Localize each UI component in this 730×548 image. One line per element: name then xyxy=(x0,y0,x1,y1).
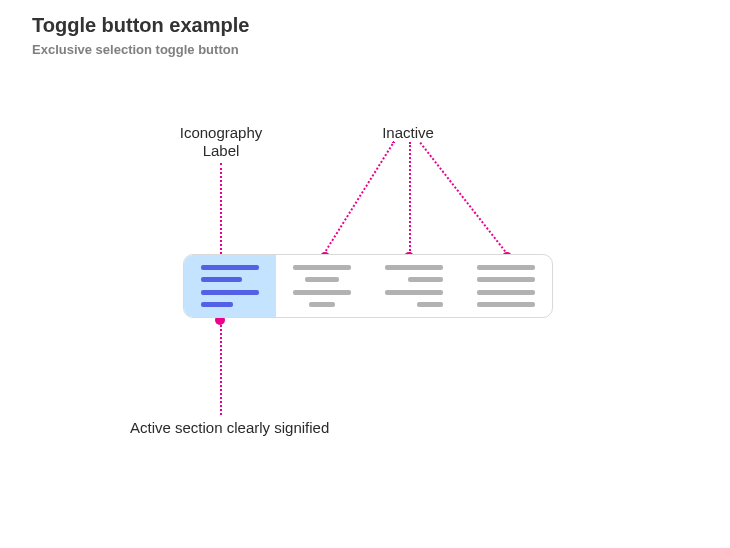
leader-line xyxy=(220,325,222,415)
toggle-button-group xyxy=(183,254,553,318)
align-justify-icon xyxy=(477,265,535,307)
annotation-iconography-label: IconographyLabel xyxy=(149,124,293,160)
align-left-icon xyxy=(201,265,259,307)
page-title: Toggle button example xyxy=(32,14,249,37)
leader-line xyxy=(220,163,222,258)
toggle-align-right[interactable] xyxy=(368,255,460,317)
toggle-align-left[interactable] xyxy=(184,255,276,317)
page-subtitle: Exclusive selection toggle button xyxy=(32,42,239,57)
annotation-active-caption: Active section clearly signified xyxy=(130,419,390,437)
toggle-align-center[interactable] xyxy=(276,255,368,317)
toggle-align-justify[interactable] xyxy=(460,255,552,317)
leader-line xyxy=(323,141,395,255)
leader-line xyxy=(419,142,508,255)
leader-line xyxy=(409,142,411,254)
annotation-inactive: Inactive xyxy=(358,124,458,142)
align-center-icon xyxy=(293,265,351,307)
align-right-icon xyxy=(385,265,443,307)
